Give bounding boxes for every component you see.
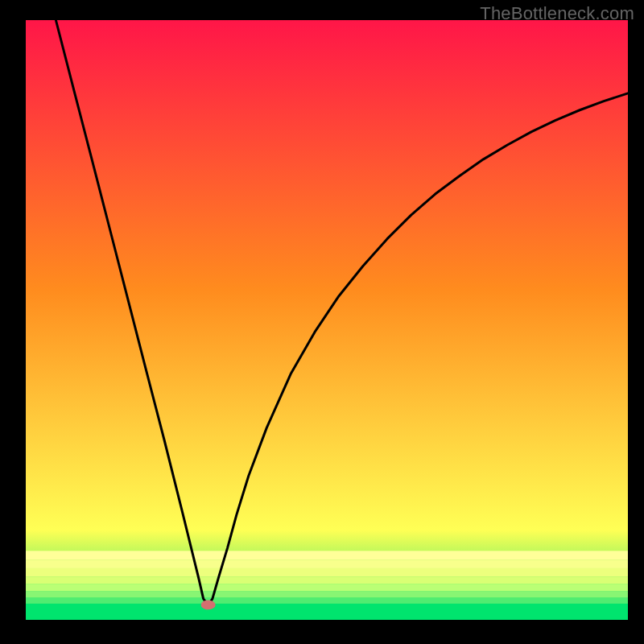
chart-band: [26, 551, 628, 559]
chart-band: [26, 597, 628, 603]
optimal-point-marker: [201, 600, 216, 609]
chart-band: [26, 584, 628, 591]
chart-band: [26, 560, 628, 568]
chart-band: [26, 576, 628, 584]
chart-band: [26, 604, 628, 620]
chart-band: [26, 568, 628, 576]
chart-background: [26, 20, 628, 620]
chart-frame: { "watermark": "TheBottleneck.com", "cha…: [0, 0, 644, 644]
watermark-text: TheBottleneck.com: [480, 3, 634, 24]
chart-canvas: [0, 0, 644, 644]
chart-band: [26, 591, 628, 597]
